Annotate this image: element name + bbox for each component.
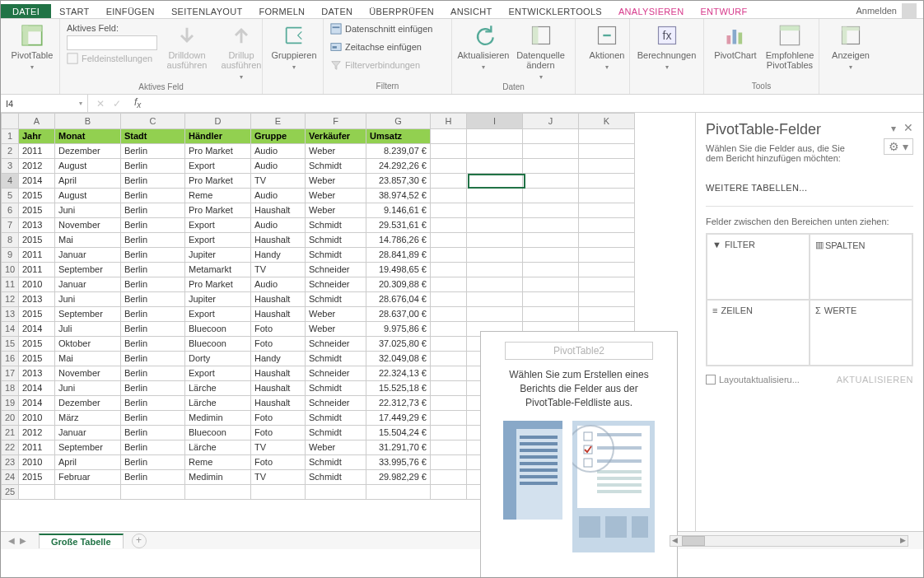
slicer-button[interactable]: Datenschnitt einfügen [330, 22, 432, 35]
cell[interactable] [431, 292, 467, 307]
col-header-C[interactable]: C [121, 113, 185, 129]
pivotchart-button[interactable]: PivotChart [711, 22, 760, 62]
cell[interactable]: Berlin [121, 337, 185, 352]
cell[interactable]: 2013 [19, 218, 55, 233]
col-header-G[interactable]: G [366, 113, 431, 129]
col-header-D[interactable]: D [185, 113, 251, 129]
tab-entwicklertools[interactable]: ENTWICKLERTOOLS [500, 4, 610, 18]
row-header[interactable]: 7 [1, 218, 19, 233]
cell[interactable]: Berlin [121, 352, 185, 366]
row-header[interactable]: 25 [1, 485, 19, 500]
cell[interactable]: Audio [251, 189, 306, 203]
row-header[interactable]: 22 [1, 440, 19, 455]
cell[interactable] [467, 263, 523, 277]
cell[interactable]: Umsatz [366, 129, 431, 144]
cell[interactable] [467, 307, 523, 322]
cell[interactable] [431, 426, 467, 440]
cell[interactable]: September [55, 307, 121, 322]
cell[interactable]: 2012 [19, 159, 55, 174]
cell[interactable]: 2015 [19, 352, 55, 366]
row-header[interactable]: 9 [1, 248, 19, 263]
cell[interactable]: Januar [55, 248, 121, 263]
row-header[interactable]: 6 [1, 203, 19, 218]
cell[interactable] [523, 263, 579, 277]
cell[interactable]: 17.449,29 € [366, 411, 431, 426]
cell[interactable]: Schneider [306, 277, 366, 292]
cell[interactable]: 29.531,61 € [366, 218, 431, 233]
cell[interactable]: 2015 [19, 470, 55, 485]
cell[interactable]: Berlin [121, 381, 185, 396]
cell[interactable]: Pro Market [185, 174, 251, 189]
cell[interactable]: Oktober [55, 337, 121, 352]
cell[interactable] [579, 159, 635, 174]
cell[interactable]: Februar [55, 470, 121, 485]
row-header[interactable]: 20 [1, 411, 19, 426]
row-header[interactable]: 1 [1, 129, 19, 144]
cell[interactable]: Lärche [185, 440, 251, 455]
cell[interactable]: 2014 [19, 322, 55, 337]
cell[interactable]: 38.974,52 € [366, 189, 431, 203]
fx-icon[interactable]: fx [129, 96, 146, 110]
more-tables-link[interactable]: WEITERE TABELLEN... [706, 183, 913, 193]
cell[interactable]: Schmidt [306, 159, 366, 174]
row-header[interactable]: 11 [1, 277, 19, 292]
cell[interactable]: Schmidt [306, 292, 366, 307]
cell[interactable] [579, 233, 635, 248]
cell[interactable] [431, 337, 467, 352]
cell[interactable]: Berlin [121, 203, 185, 218]
cell[interactable]: Haushalt [251, 292, 306, 307]
cell[interactable] [579, 129, 635, 144]
cell[interactable]: Handy [251, 248, 306, 263]
datasource-button[interactable]: Datenquelle ändern [513, 22, 568, 82]
cell[interactable] [523, 233, 579, 248]
cell[interactable] [431, 129, 467, 144]
cell[interactable]: Weber [306, 203, 366, 218]
row-header[interactable]: 24 [1, 470, 19, 485]
cell[interactable]: Juni [55, 292, 121, 307]
cell[interactable] [467, 144, 523, 159]
recommended-button[interactable]: Empfohlene PivotTables [765, 22, 814, 72]
area-values[interactable]: ΣWERTE [810, 300, 912, 366]
cell[interactable]: 24.292,26 € [366, 159, 431, 174]
cell[interactable]: Juni [55, 381, 121, 396]
cell[interactable]: 2015 [19, 233, 55, 248]
cell[interactable]: Foto [251, 426, 306, 440]
cell[interactable]: März [55, 411, 121, 426]
col-header-J[interactable]: J [523, 113, 579, 129]
cell[interactable]: Berlin [121, 440, 185, 455]
cell[interactable]: Schmidt [306, 470, 366, 485]
cell[interactable]: TV [251, 174, 306, 189]
cell[interactable] [306, 485, 366, 500]
cell[interactable]: TV [251, 263, 306, 277]
cell[interactable] [431, 307, 467, 322]
cell[interactable]: Berlin [121, 248, 185, 263]
cell[interactable]: 2015 [19, 337, 55, 352]
cell[interactable] [431, 248, 467, 263]
cell[interactable]: Audio [251, 159, 306, 174]
defer-layout-checkbox[interactable]: Layoutaktualisieru... [706, 375, 800, 385]
area-columns[interactable]: ▥SPALTEN [810, 234, 912, 300]
cell[interactable]: 2010 [19, 455, 55, 470]
row-header[interactable]: 4 [1, 174, 19, 189]
row-header[interactable]: 14 [1, 322, 19, 337]
formula-input[interactable] [146, 95, 923, 112]
row-header[interactable]: 19 [1, 396, 19, 411]
cell[interactable]: 2014 [19, 174, 55, 189]
cell[interactable]: Schneider [306, 263, 366, 277]
cell[interactable]: 22.324,13 € [366, 366, 431, 381]
cell[interactable]: Haushalt [251, 366, 306, 381]
cell[interactable]: 9.146,61 € [366, 203, 431, 218]
cell[interactable]: 2015 [19, 307, 55, 322]
field-settings-button[interactable]: Feldeinstellungen [67, 52, 157, 65]
cell[interactable]: Berlin [121, 174, 185, 189]
col-header-A[interactable]: A [19, 113, 55, 129]
col-header-E[interactable]: E [251, 113, 306, 129]
cell[interactable]: Berlin [121, 411, 185, 426]
cell[interactable]: Metamarkt [185, 263, 251, 277]
cell[interactable]: Berlin [121, 189, 185, 203]
cell[interactable]: Juni [55, 203, 121, 218]
cell[interactable] [523, 277, 579, 292]
cell[interactable]: TV [251, 440, 306, 455]
cell[interactable]: Händler [185, 129, 251, 144]
cell[interactable] [121, 485, 185, 500]
